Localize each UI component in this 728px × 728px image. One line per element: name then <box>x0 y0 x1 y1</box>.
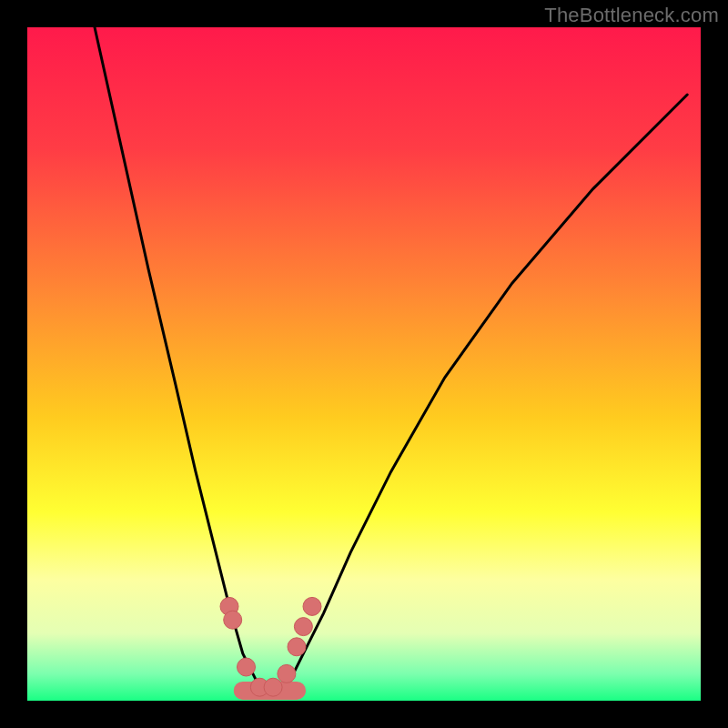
marker-group <box>220 597 321 696</box>
marker-point <box>264 678 282 696</box>
marker-point <box>278 664 296 682</box>
watermark-text: TheBottleneck.com <box>544 4 719 27</box>
curve-layer <box>27 27 701 701</box>
outer-frame: TheBottleneck.com <box>0 0 728 728</box>
marker-point <box>238 658 256 676</box>
marker-point <box>288 638 306 656</box>
marker-point <box>303 597 321 615</box>
bottleneck-curve <box>95 27 687 694</box>
plot-area <box>27 27 701 701</box>
marker-point <box>224 611 242 629</box>
marker-point <box>294 618 312 636</box>
